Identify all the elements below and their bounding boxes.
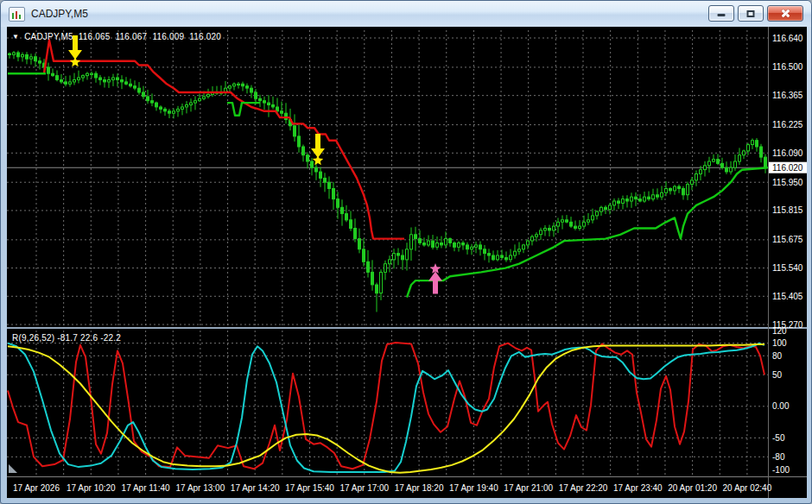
ohlc-high: 116.067	[116, 32, 148, 41]
svg-text:17 Apr 11:40: 17 Apr 11:40	[122, 483, 170, 493]
ohlc-close: 116.020	[189, 32, 221, 41]
svg-text:-100: -100	[772, 465, 790, 475]
svg-text:17 Apr 19:40: 17 Apr 19:40	[449, 483, 498, 493]
chart-client-area[interactable]: 116.640116.500116.365116.225116.090115.9…	[7, 27, 807, 498]
title-bar[interactable]: CADJPY,M5	[1, 1, 811, 27]
svg-text:17 Apr 13:00: 17 Apr 13:00	[176, 483, 225, 493]
svg-text:17 Apr 17:00: 17 Apr 17:00	[339, 483, 389, 493]
svg-text:17 Apr 22:20: 17 Apr 22:20	[559, 483, 608, 493]
svg-text:17 Apr 15:40: 17 Apr 15:40	[285, 483, 334, 493]
current-price-tag-text: 116.020	[772, 163, 803, 173]
ohlc-label: ▼CADJPY,M5116.065116.067116.009116.020	[12, 32, 226, 41]
svg-text:80: 80	[772, 351, 783, 361]
panel-divider[interactable]	[7, 327, 807, 329]
svg-text:115.405: 115.405	[772, 292, 803, 301]
svg-text:17 Apr 23:40: 17 Apr 23:40	[613, 483, 663, 493]
maximize-restore-button[interactable]	[738, 5, 764, 22]
chart-window-icon	[9, 7, 25, 22]
application-window: CADJPY,M5 116.640116.500116.365116.22511…	[0, 0, 812, 504]
ohlc-open: 116.065	[79, 32, 111, 41]
close-button[interactable]	[767, 5, 803, 22]
minimize-icon	[718, 14, 726, 16]
svg-text:116.225: 116.225	[772, 120, 803, 129]
ohlc-symbol: CADJPY,M5	[24, 32, 73, 41]
svg-text:116.090: 116.090	[772, 148, 803, 158]
svg-text:0.00: 0.00	[772, 401, 790, 411]
svg-text:-80: -80	[772, 452, 785, 462]
window-title: CADJPY,M5	[31, 8, 88, 20]
svg-text:115.540: 115.540	[772, 263, 803, 273]
svg-text:115.815: 115.815	[772, 205, 803, 215]
window-controls	[708, 5, 803, 22]
svg-text:20 Apr 01:20: 20 Apr 01:20	[668, 483, 717, 493]
ohlc-low: 116.009	[152, 32, 184, 41]
symbol-dropdown-icon[interactable]: ▼	[12, 33, 19, 41]
svg-text:100: 100	[772, 338, 787, 348]
svg-text:17 Apr 14:20: 17 Apr 14:20	[231, 483, 280, 493]
svg-text:116.365: 116.365	[772, 91, 803, 100]
svg-text:17 Apr 21:00: 17 Apr 21:00	[504, 483, 553, 493]
svg-text:116.500: 116.500	[772, 62, 803, 72]
close-icon	[781, 9, 790, 18]
svg-text:17 Apr 2026: 17 Apr 2026	[13, 483, 60, 493]
svg-text:115.675: 115.675	[772, 235, 803, 244]
minimize-button[interactable]	[708, 5, 734, 22]
svg-text:115.950: 115.950	[772, 178, 803, 187]
svg-text:20 Apr 02:40: 20 Apr 02:40	[723, 483, 772, 493]
svg-text:116.640: 116.640	[772, 34, 803, 43]
restore-icon	[747, 10, 755, 17]
svg-text:50: 50	[772, 370, 783, 380]
chart-canvas[interactable]: 116.640116.500116.365116.225116.090115.9…	[7, 27, 807, 498]
svg-text:-50: -50	[772, 433, 785, 443]
svg-text:17 Apr 18:20: 17 Apr 18:20	[395, 483, 444, 493]
indicator-label: R(9,26,52) -81.7 22.6 -22.2	[12, 333, 121, 343]
svg-text:120: 120	[772, 326, 787, 336]
svg-text:17 Apr 10:20: 17 Apr 10:20	[67, 483, 116, 493]
